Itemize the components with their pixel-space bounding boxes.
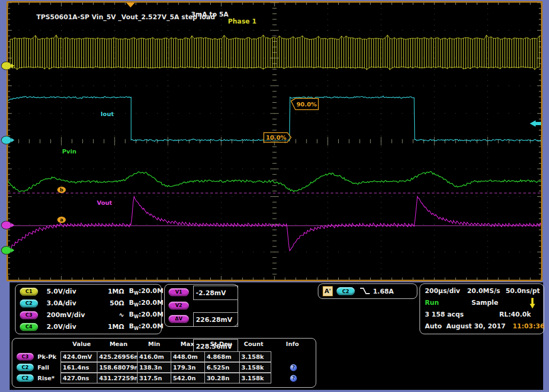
cursor-a-handle[interactable]: a bbox=[57, 217, 66, 223]
acquisition-state[interactable]: Run bbox=[425, 299, 439, 306]
meas3-source-badge[interactable]: C2 bbox=[17, 374, 34, 382]
meas1-mean: 425.26956m bbox=[97, 351, 138, 362]
meas3-info-icon[interactable]: ? bbox=[290, 375, 297, 382]
annotation-phase: Phase 1 bbox=[228, 18, 256, 25]
cursor-dv-badge[interactable]: ΔV bbox=[169, 315, 189, 323]
measurements-header-row: Value Mean Min Max St Dev Count Info bbox=[12, 341, 316, 350]
measurements-table: Value Mean Min Max St Dev Count Info C3P… bbox=[12, 338, 316, 388]
channel2-ground-marker[interactable]: 2 bbox=[1, 136, 12, 144]
meas2-min: 138.3n bbox=[137, 362, 171, 373]
channel2-ground-arrow-icon bbox=[11, 138, 14, 142]
trigger-mode[interactable]: Auto bbox=[425, 322, 442, 330]
trace-label-iout: Iout bbox=[101, 111, 114, 118]
channel3-scale: 200mV/div bbox=[47, 311, 85, 319]
date-display: August 30, 2017 bbox=[446, 322, 506, 330]
time-display: 11:03:36 bbox=[513, 322, 545, 330]
channel1-bandwidth: BW:20.0M bbox=[129, 287, 163, 296]
meas3-max: 542.0n bbox=[171, 373, 205, 383]
col-header-stdev: St Dev bbox=[204, 341, 238, 350]
channel4-ground-marker[interactable]: 4 bbox=[1, 246, 12, 255]
channel1-settings[interactable]: C1 5.0V/div 1MΩ BW:20.0M bbox=[16, 286, 161, 297]
cursor-v1-badge[interactable]: V1 bbox=[169, 288, 189, 296]
meas2-max: 179.3n bbox=[171, 362, 205, 373]
channel3-ground-marker[interactable]: 3 bbox=[1, 221, 12, 229]
col-header-max: Max bbox=[171, 341, 204, 350]
cursor-b-handle[interactable]: b bbox=[57, 187, 66, 193]
channel1-ground-label: 1 bbox=[5, 63, 9, 69]
measurement-row-pkpk: C3Pk-Pk 424.0mV 425.26956m 416.0m 448.0m… bbox=[12, 351, 316, 362]
meas1-name: Pk-Pk bbox=[37, 353, 56, 360]
rise-ref-low-flag: 10.0% bbox=[265, 134, 287, 141]
channel4-scale: 2.0V/div bbox=[47, 323, 76, 330]
trigger-level-arrow bbox=[530, 120, 541, 127]
col-header-value: Value bbox=[64, 341, 100, 350]
channel3-ground-label: 3 bbox=[5, 222, 9, 228]
timebase-scale[interactable]: 200µs/div bbox=[425, 287, 460, 295]
cursor-v2-row: V2 226.28mV bbox=[165, 298, 238, 312]
oscilloscope-screen: { "header": { "title": "TPS50601A-SP Vin… bbox=[0, 0, 549, 392]
trigger-box[interactable]: A' C2 1.68A bbox=[318, 283, 417, 299]
channel4-impedance: 1MΩ bbox=[98, 323, 124, 330]
meas2-name: Fall bbox=[37, 364, 49, 371]
col-header-count: Count bbox=[238, 341, 269, 350]
meas1-min: 416.0m bbox=[137, 351, 171, 362]
channel4-settings[interactable]: C4 2.0V/div 1MΩ BW:20.0M bbox=[16, 321, 161, 333]
meas3-stdev: 30.28n bbox=[204, 373, 240, 383]
channel1-ground-arrow-icon bbox=[11, 64, 14, 68]
channel3-ground-arrow-icon bbox=[11, 223, 14, 227]
trigger-position-marker bbox=[126, 3, 135, 7]
channel2-scale: 3.0A/div bbox=[47, 299, 76, 307]
trace-label-pvin: Pvin bbox=[62, 148, 77, 155]
channel1-impedance: 1MΩ bbox=[98, 288, 124, 295]
meas1-value: 424.0mV bbox=[60, 351, 97, 362]
meas3-min: 317.5n bbox=[137, 373, 171, 383]
trigger-a-badge[interactable]: A' bbox=[323, 286, 333, 296]
channel3-coupling-icon: ∿ bbox=[98, 311, 124, 319]
channel1-scale: 5.0V/div bbox=[47, 288, 76, 295]
channel1-ground-marker[interactable]: 1 bbox=[1, 62, 12, 70]
trigger-level: 1.68A bbox=[373, 288, 394, 295]
meas2-info-icon[interactable]: ? bbox=[290, 364, 297, 371]
sample-resolution: 50.0ns/pt bbox=[506, 287, 540, 295]
cursor-v2-badge[interactable]: V2 bbox=[169, 302, 189, 310]
annotation-title: TPS50601A-SP Vin_5V _Vout_2.527V_5A step… bbox=[36, 13, 215, 21]
record-length: RL:40.0k bbox=[499, 311, 531, 318]
temperature-arrow-icon bbox=[529, 297, 536, 309]
meas3-mean: 431.27259n bbox=[97, 373, 138, 383]
waveform-display: TPS50601A-SP Vin_5V _Vout_2.527V_5A step… bbox=[6, 1, 543, 281]
annotation-step-load: 3mA to 5A bbox=[191, 11, 228, 18]
cursor-v1-value: -2.28mV bbox=[193, 286, 238, 300]
meas2-source-badge[interactable]: C2 bbox=[17, 364, 34, 371]
trigger-source-badge[interactable]: C2 bbox=[337, 287, 355, 295]
channel2-settings[interactable]: C2 3.0A/div 50Ω BW:20.0M bbox=[16, 297, 161, 309]
channel2-badge[interactable]: C2 bbox=[20, 299, 38, 308]
c3-vout-trace bbox=[8, 196, 541, 251]
cursor-v1-row: V1 -2.28mV bbox=[165, 285, 238, 299]
meas2-value: 161.4ns bbox=[60, 362, 97, 373]
cursor-dv-row: ΔV 228.56mV bbox=[165, 312, 238, 326]
meas1-max: 448.0m bbox=[171, 351, 205, 362]
channel2-bandwidth: BW:20.0M bbox=[129, 299, 163, 308]
meas1-count: 3.158k bbox=[239, 351, 271, 362]
channel3-settings[interactable]: C3 200mV/div ∿ BW:20.0M bbox=[16, 309, 161, 321]
measurement-row-rise: C2Rise* 427.0ns 431.27259n 317.5n 542.0n… bbox=[12, 373, 316, 383]
acquisition-count: 3 158 acqs bbox=[425, 311, 464, 318]
col-header-min: Min bbox=[138, 341, 171, 350]
trace-label-vout: Vout bbox=[97, 199, 112, 206]
measurement-row-fall: C2Fall 161.4ns 158.68079n 138.3n 179.3n … bbox=[12, 362, 316, 373]
channel2-impedance: 50Ω bbox=[98, 299, 124, 307]
meas3-name: Rise* bbox=[37, 375, 55, 382]
channel3-bandwidth: BW:20.0M bbox=[129, 311, 163, 319]
meas2-mean: 158.68079n bbox=[97, 362, 138, 373]
channel4-ground-label: 4 bbox=[5, 248, 9, 253]
waveform-canvas bbox=[8, 3, 541, 280]
readout-panel: C1 5.0V/div 1MΩ BW:20.0M C2 3.0A/div 50Ω… bbox=[10, 282, 543, 390]
channel3-badge[interactable]: C3 bbox=[20, 311, 38, 319]
meas1-stdev: 4.868m bbox=[204, 351, 240, 362]
col-header-mean: Mean bbox=[100, 341, 138, 350]
rise-ref-high-flag: 90.0% bbox=[295, 101, 318, 108]
meas2-count: 3.158k bbox=[239, 362, 271, 373]
channel4-badge[interactable]: C4 bbox=[20, 323, 38, 331]
meas1-source-badge[interactable]: C3 bbox=[17, 353, 34, 360]
channel1-badge[interactable]: C1 bbox=[20, 288, 38, 296]
